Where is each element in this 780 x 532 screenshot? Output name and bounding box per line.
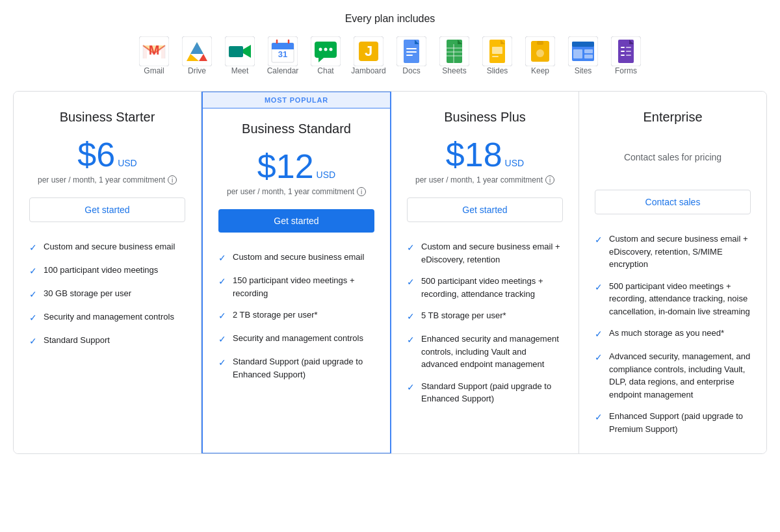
list-item: ✓ Custom and secure business email: [218, 251, 374, 265]
standard-info-icon[interactable]: i: [357, 187, 366, 196]
slides-icon: [482, 36, 512, 66]
starter-name: Business Starter: [29, 110, 185, 125]
standard-currency: USD: [317, 170, 336, 180]
svg-point-22: [319, 48, 322, 51]
svg-point-24: [330, 48, 333, 51]
list-item: ✓ Enhanced security and management contr…: [407, 333, 563, 371]
gmail-label: Gmail: [144, 66, 164, 75]
plus-currency: USD: [505, 158, 525, 168]
sheets-icon: [439, 36, 469, 66]
list-item: ✓ Custom and secure business email: [29, 240, 185, 255]
check-icon: ✓: [407, 275, 415, 289]
check-icon: ✓: [218, 356, 226, 370]
svg-rect-33: [406, 48, 417, 49]
plus-features: ✓ Custom and secure business email + eDi…: [407, 240, 563, 405]
check-icon: ✓: [407, 241, 415, 255]
sheets-label: Sheets: [442, 66, 466, 75]
check-icon: ✓: [29, 241, 37, 255]
meet-label: Meet: [231, 66, 249, 75]
check-icon: ✓: [595, 233, 603, 247]
list-item: ✓ Custom and secure business email + eDi…: [595, 233, 751, 271]
standard-name: Business Standard: [218, 121, 374, 136]
starter-cta[interactable]: Get started: [29, 197, 185, 222]
drive-icon: [182, 36, 212, 66]
check-icon: ✓: [407, 381, 415, 394]
jamboard-label: Jamboard: [351, 66, 385, 75]
svg-rect-62: [626, 47, 631, 48]
sites-icon: [568, 36, 598, 66]
forms-label: Forms: [615, 66, 637, 75]
jamboard-icon: J: [354, 36, 384, 66]
starter-features: ✓ Custom and secure business email ✓ 100…: [29, 240, 185, 348]
app-forms: Forms: [606, 36, 645, 75]
app-sites: Sites: [564, 36, 603, 75]
list-item: ✓ Advanced security, management, and com…: [595, 350, 751, 401]
svg-text:J: J: [365, 43, 372, 59]
plan-standard: MOST POPULAR Business Standard $12 USD p…: [202, 91, 391, 454]
svg-point-23: [324, 48, 328, 51]
list-item: ✓ Enhanced Support (paid upgrade to Prem…: [595, 410, 751, 435]
list-item: ✓ Custom and secure business email + eDi…: [407, 240, 563, 266]
list-item: ✓ Security and management controls: [218, 332, 374, 346]
meet-icon: [225, 36, 255, 66]
enterprise-name: Enterprise: [595, 110, 751, 125]
svg-rect-47: [492, 56, 499, 57]
svg-rect-66: [626, 55, 631, 56]
check-icon: ✓: [218, 275, 226, 288]
check-icon: ✓: [218, 251, 226, 265]
list-item: ✓ 2 TB storage per user*: [218, 309, 374, 323]
plan-plus: Business Plus $18 USD per user / month, …: [391, 92, 579, 453]
app-drive: Drive: [177, 36, 216, 75]
starter-info-icon[interactable]: i: [168, 175, 177, 184]
check-icon: ✓: [595, 327, 603, 341]
app-jamboard: J Jamboard: [349, 36, 388, 75]
list-item: ✓ Standard Support: [29, 334, 185, 348]
check-icon: ✓: [407, 310, 415, 323]
app-docs: Docs: [392, 36, 431, 75]
svg-rect-64: [626, 51, 631, 52]
check-icon: ✓: [218, 309, 226, 323]
svg-rect-35: [406, 55, 413, 56]
starter-price-row: $6 USD: [29, 138, 185, 171]
list-item: ✓ 5 TB storage per user*: [407, 309, 563, 323]
plus-period: per user / month, 1 year commitment i: [407, 175, 563, 184]
plus-price-row: $18 USD: [407, 138, 563, 171]
svg-rect-34: [406, 51, 417, 53]
svg-rect-50: [537, 41, 543, 45]
list-item: ✓ Security and management controls: [29, 310, 185, 325]
standard-cta[interactable]: Get started: [218, 209, 374, 233]
plans-container: Business Starter $6 USD per user / month…: [13, 91, 767, 454]
app-sheets: Sheets: [435, 36, 474, 75]
svg-rect-55: [573, 49, 582, 58]
sites-label: Sites: [575, 66, 592, 75]
svg-rect-65: [621, 55, 625, 56]
check-icon: ✓: [29, 288, 37, 301]
standard-period: per user / month, 1 year commitment i: [218, 187, 374, 196]
standard-price-row: $12 USD: [218, 149, 374, 183]
plus-name: Business Plus: [407, 110, 563, 125]
popular-badge: MOST POPULAR: [203, 92, 390, 108]
list-item: ✓ 30 GB storage per user: [29, 287, 185, 301]
app-gmail: M Gmail: [135, 36, 174, 75]
calendar-label: Calendar: [267, 66, 299, 75]
svg-text:M: M: [149, 43, 160, 57]
slides-label: Slides: [487, 66, 508, 75]
svg-text:31: 31: [278, 49, 287, 59]
apps-row: M Gmail Drive Meet: [13, 36, 767, 75]
plus-info-icon[interactable]: i: [545, 175, 554, 184]
list-item: ✓ Standard Support (paid upgrade to Enha…: [218, 355, 374, 381]
gmail-icon: M: [139, 36, 169, 66]
check-icon: ✓: [29, 335, 37, 348]
check-icon: ✓: [595, 411, 603, 424]
starter-period: per user / month, 1 year commitment i: [29, 175, 185, 184]
svg-rect-56: [584, 49, 593, 53]
page-header: Every plan includes M Gmail: [13, 13, 767, 75]
svg-rect-54: [572, 42, 594, 47]
check-icon: ✓: [595, 281, 603, 294]
app-chat: Chat: [306, 36, 345, 75]
enterprise-cta[interactable]: Contact sales: [595, 190, 751, 214]
list-item: ✓ 500 participant video meetings + recor…: [407, 275, 563, 300]
app-meet: Meet: [220, 36, 259, 75]
plus-cta[interactable]: Get started: [407, 197, 563, 222]
keep-label: Keep: [531, 66, 549, 75]
